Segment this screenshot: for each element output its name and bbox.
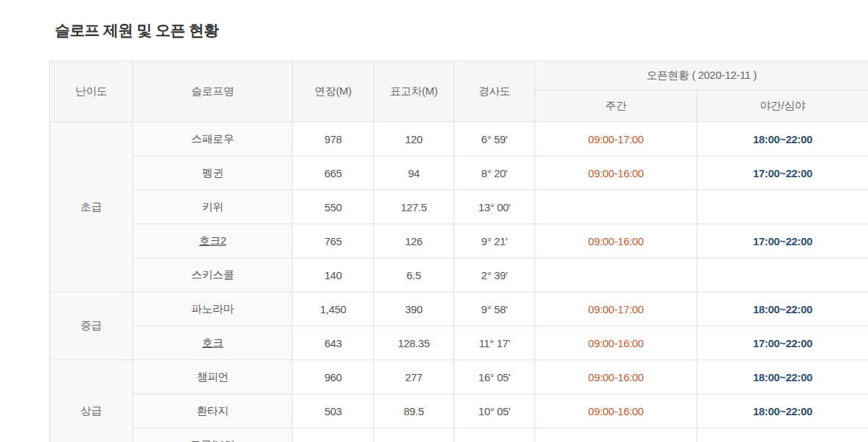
night-hours-cell <box>697 428 868 442</box>
night-hours-cell: 17:00~22:00 <box>697 326 868 360</box>
slope-table: 난이도 슬로프명 연장(M) 표고차(M) 경사도 오픈현황 ( 2020-12… <box>49 61 868 442</box>
daytime-hours-cell: 09:00-16:00 <box>535 326 697 360</box>
slope-name-cell[interactable]: 호크2 <box>133 224 293 258</box>
gradient-cell: 16° 05' <box>454 360 535 394</box>
gradient-cell: 9° 58' <box>454 292 535 326</box>
length-cell: 319 <box>293 428 374 442</box>
table-row: 키위550127.513° 00' <box>50 190 868 224</box>
header-row-top: 난이도 슬로프명 연장(M) 표고차(M) 경사도 오픈현황 ( 2020-12… <box>50 61 868 90</box>
length-cell: 665 <box>293 156 374 190</box>
slope-name-cell: 환타지 <box>133 394 293 428</box>
table-row: 환타지50389.510° 05'09:00-16:0018:00~22:00 <box>50 394 868 428</box>
gradient-cell: 8° 20' <box>454 156 535 190</box>
gradient-cell: 13° 00' <box>454 190 535 224</box>
daytime-hours-cell <box>535 190 697 224</box>
col-header-length: 연장(M) <box>293 61 374 122</box>
col-header-difficulty: 난이도 <box>50 61 133 122</box>
table-row: 모글(MO)319109.8519° 00' <box>50 428 868 442</box>
table-row: 호크27651269° 21'09:00-16:0017:00~22:00 <box>50 224 868 258</box>
night-hours-cell: 18:00~22:00 <box>697 360 868 394</box>
gradient-cell: 6° 59' <box>454 122 535 156</box>
difficulty-cell: 상급 <box>50 360 133 442</box>
night-hours-cell: 18:00~22:00 <box>697 292 868 326</box>
slope-name-label: 펭귄 <box>202 166 223 179</box>
slope-name-label: 챔피언 <box>197 370 229 383</box>
gradient-cell: 11° 17' <box>454 326 535 360</box>
slope-name-label: 파노라마 <box>192 302 234 315</box>
slope-name-label: 환타지 <box>197 404 229 417</box>
slope-name-cell: 펭귄 <box>133 156 293 190</box>
elevation-cell: 94 <box>374 156 454 190</box>
col-header-elevation: 표고차(M) <box>374 61 454 122</box>
col-header-slope-name: 슬로프명 <box>133 61 293 122</box>
gradient-cell: 9° 21' <box>454 224 535 258</box>
slope-name-cell: 모글(MO) <box>133 428 293 442</box>
length-cell: 140 <box>293 258 374 292</box>
length-cell: 643 <box>293 326 374 360</box>
daytime-hours-cell: 09:00-16:00 <box>535 360 697 394</box>
elevation-cell: 109.85 <box>374 428 454 442</box>
night-hours-cell: 18:00~22:00 <box>697 122 868 156</box>
slope-table-body: 초급스패로우9781206° 59'09:00-17:0018:00~22:00… <box>50 122 868 442</box>
length-cell: 978 <box>293 122 374 156</box>
table-row: 초급스패로우9781206° 59'09:00-17:0018:00~22:00 <box>50 122 868 156</box>
table-row: 상급챔피언96027716° 05'09:00-16:0018:00~22:00 <box>50 360 868 394</box>
daytime-hours-cell: 09:00-16:00 <box>535 224 697 258</box>
night-hours-cell <box>697 258 868 292</box>
daytime-hours-cell: 09:00-16:00 <box>535 394 697 428</box>
night-hours-cell <box>697 190 868 224</box>
slope-name-label: 키위 <box>202 200 223 213</box>
daytime-hours-cell: 09:00-17:00 <box>535 122 697 156</box>
slope-name-link[interactable]: 호크2 <box>199 234 226 247</box>
page: 슬로프 제원 및 오픈 현황 난이도 슬로프명 연장(M) 표고차(M) 경사도… <box>0 0 868 442</box>
difficulty-cell: 중급 <box>50 292 133 360</box>
length-cell: 503 <box>293 394 374 428</box>
night-hours-cell: 17:00~22:00 <box>697 156 868 190</box>
daytime-hours-cell: 09:00-16:00 <box>535 156 697 190</box>
daytime-hours-cell <box>535 258 697 292</box>
elevation-cell: 6.5 <box>374 258 454 292</box>
slope-name-cell: 스패로우 <box>133 122 293 156</box>
night-hours-cell: 18:00~22:00 <box>697 394 868 428</box>
slope-name-label: 모글(MO) <box>190 438 235 442</box>
elevation-cell: 277 <box>374 360 454 394</box>
length-cell: 1,450 <box>293 292 374 326</box>
length-cell: 550 <box>293 190 374 224</box>
slope-name-cell: 스키스쿨 <box>133 258 293 292</box>
table-row: 호크643128.3511° 17'09:00-16:0017:00~22:00 <box>50 326 868 360</box>
page-title: 슬로프 제원 및 오픈 현황 <box>55 20 218 41</box>
slope-name-link[interactable]: 호크 <box>202 336 223 349</box>
daytime-hours-cell <box>535 428 697 442</box>
table-row: 중급파노라마1,4503909° 58'09:00-17:0018:00~22:… <box>50 292 868 326</box>
slope-name-label: 스패로우 <box>192 132 234 145</box>
length-cell: 765 <box>293 224 374 258</box>
difficulty-cell: 초급 <box>50 122 133 292</box>
table-row: 펭귄665948° 20'09:00-16:0017:00~22:00 <box>50 156 868 190</box>
slope-name-cell[interactable]: 호크 <box>133 326 293 360</box>
col-header-gradient: 경사도 <box>454 61 535 122</box>
slope-name-cell: 파노라마 <box>133 292 293 326</box>
gradient-cell: 2° 39' <box>454 258 535 292</box>
gradient-cell: 10° 05' <box>454 394 535 428</box>
daytime-hours-cell: 09:00-17:00 <box>535 292 697 326</box>
elevation-cell: 127.5 <box>374 190 454 224</box>
length-cell: 960 <box>293 360 374 394</box>
elevation-cell: 128.35 <box>374 326 454 360</box>
slope-name-cell: 챔피언 <box>133 360 293 394</box>
elevation-cell: 390 <box>374 292 454 326</box>
night-hours-cell: 17:00~22:00 <box>697 224 868 258</box>
elevation-cell: 89.5 <box>374 394 454 428</box>
slope-name-cell: 키위 <box>133 190 293 224</box>
slope-table-header: 난이도 슬로프명 연장(M) 표고차(M) 경사도 오픈현황 ( 2020-12… <box>50 61 868 122</box>
elevation-cell: 120 <box>374 122 454 156</box>
col-header-open-status: 오픈현황 ( 2020-12-11 ) <box>535 61 868 90</box>
col-header-daytime: 주간 <box>535 90 697 122</box>
elevation-cell: 126 <box>374 224 454 258</box>
col-header-night: 야간/심야 <box>697 90 868 122</box>
table-row: 스키스쿨1406.52° 39' <box>50 258 868 292</box>
gradient-cell: 19° 00' <box>454 428 535 442</box>
slope-name-label: 스키스쿨 <box>192 268 234 281</box>
